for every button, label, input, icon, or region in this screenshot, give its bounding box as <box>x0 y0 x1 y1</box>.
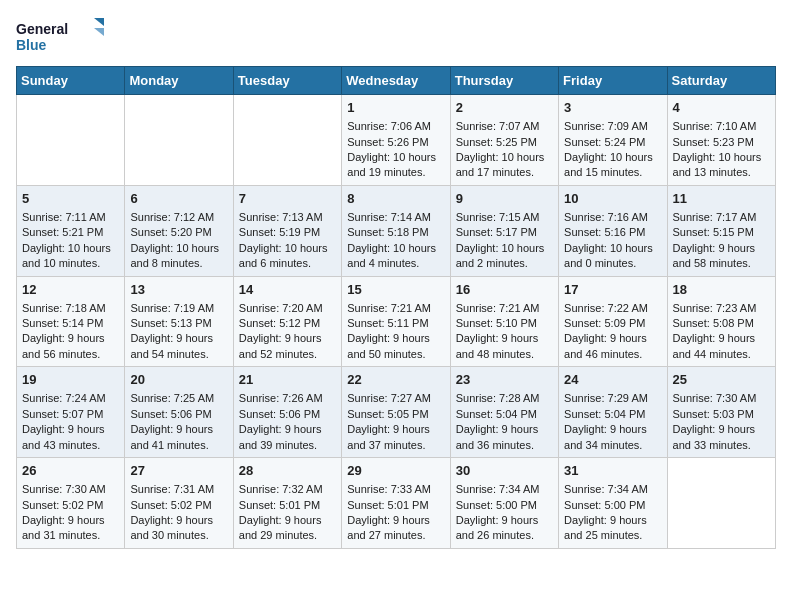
day-info: Daylight: 10 hours <box>347 150 444 165</box>
calendar-cell: 2Sunrise: 7:07 AMSunset: 5:25 PMDaylight… <box>450 95 558 186</box>
day-info: and 56 minutes. <box>22 347 119 362</box>
day-info: Sunrise: 7:12 AM <box>130 210 227 225</box>
day-number: 9 <box>456 190 553 208</box>
day-info: Sunset: 5:12 PM <box>239 316 336 331</box>
calendar-cell: 4Sunrise: 7:10 AMSunset: 5:23 PMDaylight… <box>667 95 775 186</box>
calendar-cell: 14Sunrise: 7:20 AMSunset: 5:12 PMDayligh… <box>233 276 341 367</box>
day-info: Sunset: 5:02 PM <box>22 498 119 513</box>
day-info: Sunrise: 7:26 AM <box>239 391 336 406</box>
day-info: and 46 minutes. <box>564 347 661 362</box>
calendar-week-5: 26Sunrise: 7:30 AMSunset: 5:02 PMDayligh… <box>17 458 776 549</box>
day-info: Sunset: 5:00 PM <box>456 498 553 513</box>
calendar-week-1: 1Sunrise: 7:06 AMSunset: 5:26 PMDaylight… <box>17 95 776 186</box>
day-number: 28 <box>239 462 336 480</box>
day-number: 30 <box>456 462 553 480</box>
day-info: and 54 minutes. <box>130 347 227 362</box>
day-number: 3 <box>564 99 661 117</box>
day-number: 11 <box>673 190 770 208</box>
calendar-cell: 19Sunrise: 7:24 AMSunset: 5:07 PMDayligh… <box>17 367 125 458</box>
calendar-cell: 26Sunrise: 7:30 AMSunset: 5:02 PMDayligh… <box>17 458 125 549</box>
logo: General Blue <box>16 16 106 58</box>
day-info: and 6 minutes. <box>239 256 336 271</box>
day-info: and 25 minutes. <box>564 528 661 543</box>
day-info: and 13 minutes. <box>673 165 770 180</box>
day-info: and 58 minutes. <box>673 256 770 271</box>
day-info: and 17 minutes. <box>456 165 553 180</box>
day-info: Sunset: 5:06 PM <box>130 407 227 422</box>
day-number: 4 <box>673 99 770 117</box>
day-info: and 8 minutes. <box>130 256 227 271</box>
day-number: 15 <box>347 281 444 299</box>
calendar-cell: 21Sunrise: 7:26 AMSunset: 5:06 PMDayligh… <box>233 367 341 458</box>
day-info: Sunrise: 7:30 AM <box>22 482 119 497</box>
day-info: Sunset: 5:20 PM <box>130 225 227 240</box>
day-info: and 34 minutes. <box>564 438 661 453</box>
calendar-cell: 17Sunrise: 7:22 AMSunset: 5:09 PMDayligh… <box>559 276 667 367</box>
day-info: and 50 minutes. <box>347 347 444 362</box>
svg-marker-3 <box>94 28 104 36</box>
day-info: Sunset: 5:15 PM <box>673 225 770 240</box>
calendar-cell: 29Sunrise: 7:33 AMSunset: 5:01 PMDayligh… <box>342 458 450 549</box>
day-info: and 10 minutes. <box>22 256 119 271</box>
day-number: 12 <box>22 281 119 299</box>
day-info: Sunset: 5:01 PM <box>239 498 336 513</box>
day-info: and 36 minutes. <box>456 438 553 453</box>
day-info: Sunrise: 7:10 AM <box>673 119 770 134</box>
day-info: Daylight: 10 hours <box>22 241 119 256</box>
day-info: Daylight: 9 hours <box>564 422 661 437</box>
calendar-cell: 31Sunrise: 7:34 AMSunset: 5:00 PMDayligh… <box>559 458 667 549</box>
day-info: and 15 minutes. <box>564 165 661 180</box>
day-info: and 26 minutes. <box>456 528 553 543</box>
calendar-cell <box>667 458 775 549</box>
calendar-cell: 16Sunrise: 7:21 AMSunset: 5:10 PMDayligh… <box>450 276 558 367</box>
day-info: Sunset: 5:00 PM <box>564 498 661 513</box>
day-info: Sunrise: 7:09 AM <box>564 119 661 134</box>
day-info: Sunset: 5:06 PM <box>239 407 336 422</box>
day-info: Sunrise: 7:32 AM <box>239 482 336 497</box>
calendar-week-2: 5Sunrise: 7:11 AMSunset: 5:21 PMDaylight… <box>17 185 776 276</box>
day-number: 22 <box>347 371 444 389</box>
day-info: and 48 minutes. <box>456 347 553 362</box>
day-info: Daylight: 9 hours <box>22 331 119 346</box>
day-number: 5 <box>22 190 119 208</box>
day-info: and 30 minutes. <box>130 528 227 543</box>
day-info: and 37 minutes. <box>347 438 444 453</box>
day-info: and 33 minutes. <box>673 438 770 453</box>
day-info: and 4 minutes. <box>347 256 444 271</box>
calendar-header: SundayMondayTuesdayWednesdayThursdayFrid… <box>17 67 776 95</box>
day-info: Sunrise: 7:34 AM <box>456 482 553 497</box>
day-info: Sunrise: 7:11 AM <box>22 210 119 225</box>
day-info: Sunrise: 7:28 AM <box>456 391 553 406</box>
day-info: Daylight: 9 hours <box>673 331 770 346</box>
day-info: and 29 minutes. <box>239 528 336 543</box>
header-tuesday: Tuesday <box>233 67 341 95</box>
calendar-cell: 23Sunrise: 7:28 AMSunset: 5:04 PMDayligh… <box>450 367 558 458</box>
day-number: 6 <box>130 190 227 208</box>
day-info: and 43 minutes. <box>22 438 119 453</box>
day-info: Sunset: 5:02 PM <box>130 498 227 513</box>
day-info: Daylight: 9 hours <box>347 422 444 437</box>
day-info: Sunrise: 7:30 AM <box>673 391 770 406</box>
day-number: 10 <box>564 190 661 208</box>
calendar-body: 1Sunrise: 7:06 AMSunset: 5:26 PMDaylight… <box>17 95 776 549</box>
day-info: Sunrise: 7:13 AM <box>239 210 336 225</box>
page-header: General Blue <box>16 16 776 58</box>
day-number: 18 <box>673 281 770 299</box>
day-info: Daylight: 10 hours <box>456 241 553 256</box>
day-info: Daylight: 9 hours <box>22 422 119 437</box>
day-info: Sunset: 5:21 PM <box>22 225 119 240</box>
day-info: Daylight: 10 hours <box>564 241 661 256</box>
day-info: Sunrise: 7:34 AM <box>564 482 661 497</box>
day-info: and 52 minutes. <box>239 347 336 362</box>
day-info: Daylight: 10 hours <box>239 241 336 256</box>
day-number: 26 <box>22 462 119 480</box>
day-info: Sunset: 5:14 PM <box>22 316 119 331</box>
day-info: Daylight: 10 hours <box>673 150 770 165</box>
day-info: Sunrise: 7:31 AM <box>130 482 227 497</box>
day-number: 14 <box>239 281 336 299</box>
day-info: Sunset: 5:24 PM <box>564 135 661 150</box>
day-info: Sunrise: 7:22 AM <box>564 301 661 316</box>
day-info: Sunset: 5:25 PM <box>456 135 553 150</box>
day-info: Daylight: 10 hours <box>456 150 553 165</box>
day-info: and 19 minutes. <box>347 165 444 180</box>
